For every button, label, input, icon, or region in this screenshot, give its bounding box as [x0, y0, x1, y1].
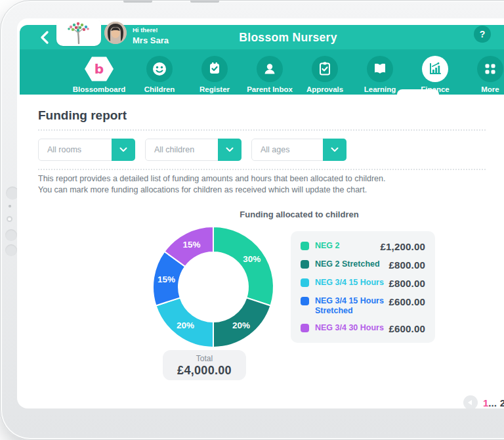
tablet-camera-ring — [7, 216, 12, 222]
chevron-down-icon[interactable] — [218, 139, 242, 161]
nav-label: Register — [200, 85, 230, 93]
donut-slice-0[interactable] — [213, 227, 274, 305]
ages-filter-dropdown[interactable]: All ages — [251, 139, 346, 161]
nav-label: Blossomboard — [73, 85, 126, 93]
main-navbar: b Blossomboard Children — [20, 50, 504, 95]
chart-title: Funding allocated to children — [201, 209, 398, 219]
nav-item-finance[interactable]: Finance — [408, 50, 463, 95]
legend-swatch — [301, 242, 309, 250]
legend-swatch — [301, 324, 309, 332]
divider — [38, 169, 486, 170]
grid-icon — [477, 56, 503, 82]
tablet-camera-circle — [5, 229, 17, 241]
clipboard-check-icon — [312, 56, 338, 82]
arrow-left-icon — [468, 400, 472, 405]
help-button[interactable]: ? — [474, 26, 491, 43]
legend-amount: £600.00 — [388, 323, 425, 334]
nav-item-parent-inbox[interactable]: Parent Inbox — [242, 50, 297, 95]
page-number-current[interactable]: 1 — [483, 397, 488, 408]
funding-donut-chart: 30%20%20%15%15% — [151, 225, 276, 349]
report-description: This report provides a detailed list of … — [38, 173, 386, 195]
filter-row: All rooms All children All ages — [38, 139, 346, 161]
nav-item-children[interactable]: Children — [132, 50, 187, 95]
app-title: Blossom Nursery — [20, 31, 504, 45]
legend-row[interactable]: NEG 2 £1,200.00 — [301, 241, 425, 252]
bar-chart-icon — [422, 56, 448, 82]
page-number-2[interactable]: 2 — [500, 397, 504, 408]
nav-label: More — [481, 85, 499, 93]
legend-label: NEG 3/4 30 Hours — [315, 323, 388, 333]
legend-label: NEG 2 — [315, 241, 380, 251]
legend-label: NEG 3/4 15 Hours Stretched — [315, 296, 388, 316]
nav-item-blossomboard[interactable]: b Blossomboard — [66, 50, 132, 95]
question-mark-icon: ? — [480, 29, 486, 39]
donut-slice-label: 15% — [183, 240, 201, 250]
tablet-top-button — [123, 1, 152, 3]
donut-slice-label: 20% — [177, 320, 194, 330]
nav-label: Learning — [364, 85, 396, 93]
checklist-icon — [201, 56, 228, 82]
nav-label: Children — [144, 85, 175, 93]
legend-amount: £1,200.00 — [380, 241, 425, 252]
page-title: Funding report — [38, 108, 127, 123]
tablet-sensor-dot — [9, 205, 11, 208]
screenshot-stage: b Blossomboard Children — [0, 0, 504, 440]
legend-row[interactable]: NEG 3/4 30 Hours £600.00 — [301, 323, 425, 334]
nav-item-register[interactable]: Register — [187, 50, 242, 95]
pagination-ellipsis: ... — [488, 397, 497, 408]
description-line: This report provides a detailed list of … — [38, 174, 386, 183]
nav-item-learning[interactable]: Learning — [352, 50, 408, 95]
app-screen: b Blossomboard Children — [17, 18, 504, 408]
chart-legend: NEG 2 £1,200.00 NEG 2 Stretched £800.00 … — [291, 231, 435, 343]
chevron-down-icon[interactable] — [112, 139, 135, 161]
nav-label: Approvals — [306, 85, 343, 93]
children-filter-dropdown[interactable]: All children — [145, 139, 242, 161]
legend-swatch — [301, 278, 309, 287]
total-label: Total — [163, 354, 246, 363]
total-value: £4,000.00 — [163, 364, 246, 378]
legend-swatch — [301, 260, 309, 269]
nav-item-more[interactable]: More — [463, 50, 504, 95]
legend-row[interactable]: NEG 3/4 15 Hours Stretched £600.00 — [301, 296, 425, 316]
legend-amount: £800.00 — [388, 259, 425, 271]
total-box: Total £4,000.00 — [163, 350, 246, 380]
nav-item-approvals[interactable]: Approvals — [297, 50, 352, 95]
chevron-down-icon[interactable] — [323, 139, 346, 161]
person-icon — [257, 56, 283, 82]
legend-row[interactable]: NEG 3/4 15 Hours £800.00 — [301, 278, 425, 289]
legend-label: NEG 2 Stretched — [315, 259, 388, 269]
previous-page-button[interactable] — [463, 395, 478, 408]
legend-row[interactable]: NEG 2 Stretched £800.00 — [301, 259, 425, 271]
legend-amount: £800.00 — [388, 278, 425, 289]
legend-amount: £600.00 — [388, 296, 425, 307]
nav-label: Parent Inbox — [247, 85, 293, 93]
donut-slice-label: 15% — [158, 275, 175, 284]
rooms-filter-dropdown[interactable]: All rooms — [38, 139, 135, 161]
tablet-camera-circle — [5, 244, 17, 256]
smiley-face-icon — [146, 56, 173, 82]
open-book-icon — [367, 56, 393, 82]
donut-slice-label: 20% — [232, 320, 250, 330]
blossomboard-hexagon-icon: b — [85, 56, 114, 82]
description-line: You can mark more funding allocations fo… — [38, 185, 367, 194]
active-tab-indicator — [397, 89, 439, 95]
legend-swatch — [301, 297, 309, 305]
nav-list: b Blossomboard Children — [20, 50, 504, 95]
donut-slice-label: 30% — [243, 254, 261, 264]
legend-label: NEG 3/4 15 Hours — [315, 278, 388, 288]
pagination: 1 ... 2 ... — [463, 395, 504, 408]
tablet-top-button — [190, 1, 219, 3]
divider — [38, 129, 486, 131]
